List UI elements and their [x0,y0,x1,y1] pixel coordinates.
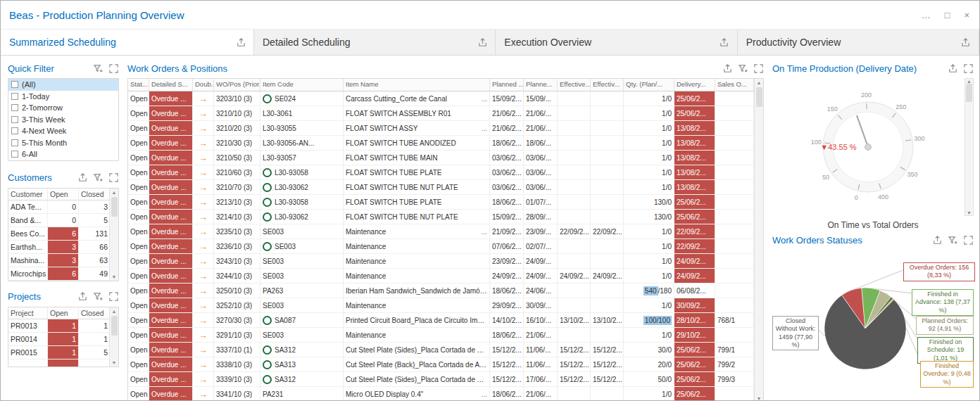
export-icon[interactable] [722,63,733,74]
scrollbar[interactable]: ▲ ▼ [754,79,763,401]
quick-filter-item[interactable]: (All) [8,79,118,91]
work-order-row[interactable]: Open Overdue ... → 3252/10 (3) SE003 Mai… [128,298,754,313]
scroll-up-icon[interactable]: ▲ [112,307,117,315]
quick-filter-item[interactable]: 1-Today [8,91,118,103]
expand-icon[interactable] [962,63,974,74]
customer-row[interactable]: Microchips 6 49 [8,267,109,281]
export-icon[interactable] [960,37,972,48]
column-header[interactable]: Stat... [128,79,149,91]
export-icon[interactable] [931,234,943,246]
work-order-row[interactable]: Open Overdue ... → 3236/10 (3) SE003 Mai… [128,239,754,254]
work-order-row[interactable]: Open Overdue ... → 3341/10 (3) PA231 Mic… [128,387,754,401]
column-header[interactable]: Effective... [558,79,591,91]
export-icon[interactable] [477,37,488,48]
column-header[interactable]: Planned ... [490,79,524,91]
column-header[interactable]: Delivery... [674,79,715,91]
window-more-icon[interactable]: … [922,10,931,20]
work-order-row[interactable]: Open Overdue ... → 3210/70 (3) L30-93062… [128,180,754,195]
column-header[interactable]: Qty. (Plan/... [624,79,674,91]
export-icon[interactable] [235,37,246,48]
export-icon[interactable] [77,291,88,303]
window-maximize-icon[interactable]: □ [945,10,950,20]
checkbox[interactable] [11,81,18,88]
project-row[interactable] [8,359,109,367]
column-header[interactable]: Doub... [193,79,214,91]
expand-icon[interactable] [108,172,119,184]
expand-icon[interactable] [108,63,119,74]
filter-icon[interactable] [737,63,748,74]
work-order-row[interactable]: Open Overdue ... → 3210/20 (3) L30-93055… [128,121,754,136]
quick-filter-item[interactable]: 3-This Week [8,114,118,126]
customer-row[interactable]: Earthsh... 3 66 [8,241,109,254]
work-order-row[interactable]: Open Overdue ... → 3214/10 (3) L30-93062… [128,210,754,224]
window-close-icon[interactable]: × [964,10,969,20]
column-header[interactable]: Customer [8,189,48,200]
project-row[interactable]: PR0014 1 1 [8,333,109,346]
export-icon[interactable] [947,63,958,74]
scroll-thumb[interactable] [111,197,118,217]
work-order-row[interactable]: Open Overdue ... → 3203/10 (3) SE024 Car… [128,91,754,106]
scroll-down-icon[interactable]: ▼ [757,395,762,401]
project-row[interactable]: PR0013 1 1 [8,319,109,333]
scroll-up-icon[interactable]: ▲ [967,79,972,84]
column-header[interactable]: Effectiv... [591,79,624,91]
work-order-row[interactable]: Open Overdue ... → 3244/10 (3) SE003 Mai… [128,269,754,284]
customer-row[interactable]: Band &... 0 5 [8,214,109,227]
customer-row[interactable]: Mashina... 3 63 [8,254,109,267]
filter-icon[interactable] [947,234,958,246]
column-header[interactable]: Detailed S... [149,79,193,91]
scroll-thumb[interactable] [756,87,762,107]
column-header[interactable]: Item Code [260,79,344,91]
column-header[interactable]: Planne... [524,79,558,91]
work-order-row[interactable]: Open Overdue ... → 3210/30 (3) L30-93056… [128,136,754,151]
checkbox[interactable] [11,116,18,123]
customer-row[interactable]: Bees Co... 6 131 [8,227,109,241]
column-header[interactable]: Open [48,189,79,200]
filter-icon[interactable] [92,63,103,74]
checkbox[interactable] [11,139,18,146]
work-order-row[interactable]: Open Overdue ... → 3338/10 (3) SA313 Cut… [128,357,754,372]
scroll-down-icon[interactable]: ▼ [112,359,117,367]
work-order-row[interactable]: Open Overdue ... → 3250/10 (3) PA263 Ibe… [128,284,754,298]
work-order-row[interactable]: Open Overdue ... → 3210/10 (3) L30-3061 … [128,106,754,121]
scrollbar[interactable]: ▲ ▼ [109,307,118,367]
column-header[interactable]: Item Name [344,79,490,91]
scroll-up-icon[interactable]: ▲ [757,79,762,87]
column-header[interactable]: Open [48,307,79,319]
quick-filter-item[interactable]: 6-All [8,148,118,160]
column-header[interactable]: Closed [79,307,111,319]
scroll-up-icon[interactable]: ▲ [112,189,117,196]
tab[interactable]: Detailed Scheduling [254,30,496,55]
column-header[interactable]: Closed [79,189,111,200]
scrollbar[interactable]: ▲ ▼ [965,78,974,216]
quick-filter-item[interactable]: 2-Tomorrow [8,102,118,114]
tab[interactable]: Execution Overview [496,30,737,55]
work-order-row[interactable]: Open Overdue ... → 3270/30 (3) SA087 Pri… [128,313,754,328]
work-order-row[interactable]: Open Overdue ... → 3213/10 (3) L30-93058… [128,195,754,210]
scroll-down-icon[interactable]: ▼ [112,273,117,281]
checkbox[interactable] [11,151,18,158]
work-order-row[interactable]: Open Overdue ... → 3337/10 (1) SA312 Cut… [128,343,754,357]
work-order-row[interactable]: Open Overdue ... → 3291/10 (3) SE003 Mai… [128,328,754,343]
filter-icon[interactable] [92,172,103,184]
expand-icon[interactable] [753,63,764,74]
tab[interactable]: Summarized Scheduling [1,30,254,55]
work-order-row[interactable]: Open Overdue ... → 3235/10 (3) SE003 Mai… [128,224,754,239]
column-header[interactable]: Project [8,307,48,319]
column-header[interactable]: WO/Pos (Prior.) [214,79,260,91]
expand-icon[interactable] [962,234,974,246]
quick-filter-item[interactable]: 4-Next Week [8,125,118,137]
work-order-row[interactable]: Open Overdue ... → 3210/60 (3) L30-93058… [128,165,754,180]
scrollbar[interactable]: ▲ ▼ [109,189,118,281]
export-icon[interactable] [77,172,88,184]
customer-row[interactable]: ADA Te... 0 3 [8,200,109,214]
scroll-thumb[interactable] [966,84,972,102]
checkbox[interactable] [11,127,18,134]
work-order-row[interactable]: Open Overdue ... → 3210/50 (3) L30-93057… [128,151,754,165]
work-order-row[interactable]: Open Overdue ... → 3339/10 (3) SA312 Cut… [128,372,754,387]
filter-icon[interactable] [92,291,103,303]
quick-filter-item[interactable]: 5-This Month [8,137,118,149]
checkbox[interactable] [11,104,18,111]
export-icon[interactable] [719,37,730,48]
tab[interactable]: Productivity Overview [738,30,979,55]
